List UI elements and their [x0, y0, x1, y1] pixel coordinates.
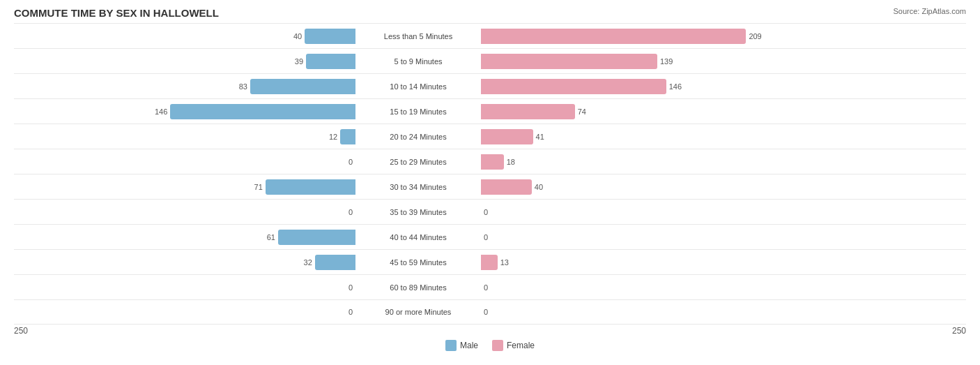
bar-row: 0 90 or more Minutes 0	[14, 299, 966, 325]
right-section: 18	[481, 149, 822, 174]
female-bar	[481, 29, 746, 44]
male-value: 61	[258, 233, 275, 241]
female-value: 74	[578, 107, 595, 116]
female-value: 0	[484, 233, 501, 241]
female-value: 0	[484, 283, 501, 292]
left-section: 0	[14, 149, 355, 174]
male-value: 0	[335, 283, 353, 292]
left-section: 12	[14, 124, 355, 149]
row-label: 60 to 89 Minutes	[355, 283, 481, 292]
male-bar	[315, 255, 355, 270]
row-inner: 39 5 to 9 Minutes 139	[14, 49, 966, 73]
bar-row: 61 40 to 44 Minutes 0	[14, 224, 966, 249]
female-bar	[481, 104, 575, 119]
left-section: 0	[14, 300, 355, 324]
male-value: 39	[286, 57, 303, 66]
row-inner: 12 20 to 24 Minutes 41	[14, 124, 966, 149]
row-inner: 0 90 or more Minutes 0	[14, 300, 966, 324]
row-label: Less than 5 Minutes	[355, 32, 481, 40]
female-bar	[481, 154, 504, 170]
female-value: 0	[484, 208, 501, 216]
female-value: 18	[507, 158, 524, 166]
right-section: 13	[481, 250, 822, 274]
axis-right: 250	[952, 326, 966, 336]
male-value: 12	[320, 133, 337, 141]
row-label: 15 to 19 Minutes	[355, 107, 481, 116]
bar-row: 0 35 to 39 Minutes 0	[14, 199, 966, 224]
female-value: 146	[669, 82, 687, 91]
left-section: 61	[14, 225, 355, 249]
left-section: 0	[14, 275, 355, 299]
right-section: 0	[481, 225, 822, 249]
row-inner: 146 15 to 19 Minutes 74	[14, 99, 966, 124]
left-section: 71	[14, 174, 355, 199]
female-value: 13	[500, 258, 518, 267]
row-label: 90 or more Minutes	[355, 308, 481, 316]
row-inner: 32 45 to 59 Minutes 13	[14, 250, 966, 274]
bar-row: 39 5 to 9 Minutes 139	[14, 48, 966, 73]
legend-female: Female	[492, 340, 535, 351]
male-bar	[278, 230, 355, 245]
male-value: 32	[295, 258, 312, 267]
female-bar	[481, 79, 666, 94]
male-value: 0	[335, 208, 353, 216]
legend-male: Male	[445, 340, 478, 351]
row-inner: 0 25 to 29 Minutes 18	[14, 149, 966, 174]
male-value: 71	[245, 183, 263, 191]
bar-row: 71 30 to 34 Minutes 40	[14, 174, 966, 199]
right-section: 74	[481, 99, 822, 124]
row-label: 25 to 29 Minutes	[355, 158, 481, 166]
bar-row: 32 45 to 59 Minutes 13	[14, 249, 966, 274]
male-value: 0	[335, 158, 353, 166]
right-section: 0	[481, 300, 822, 324]
left-section: 146	[14, 99, 355, 124]
left-section: 32	[14, 250, 355, 274]
left-section: 39	[14, 49, 355, 73]
row-inner: 0 35 to 39 Minutes 0	[14, 200, 966, 224]
row-inner: 61 40 to 44 Minutes 0	[14, 225, 966, 249]
row-label: 35 to 39 Minutes	[355, 208, 481, 216]
row-inner: 0 60 to 89 Minutes 0	[14, 275, 966, 299]
right-section: 40	[481, 174, 822, 199]
bar-row: 12 20 to 24 Minutes 41	[14, 124, 966, 149]
right-section: 209	[481, 24, 822, 48]
chart-title: COMMUTE TIME BY SEX IN HALLOWELL	[14, 7, 966, 19]
right-section: 41	[481, 124, 822, 149]
male-bar	[305, 29, 355, 44]
male-bar	[170, 104, 355, 119]
right-section: 139	[481, 49, 822, 73]
bar-row: 83 10 to 14 Minutes 146	[14, 73, 966, 98]
male-value: 0	[335, 308, 353, 316]
male-color-swatch	[445, 340, 457, 351]
male-value: 83	[230, 82, 247, 91]
male-bar	[266, 179, 355, 195]
male-bar	[250, 79, 355, 94]
right-section: 0	[481, 275, 822, 299]
row-label: 20 to 24 Minutes	[355, 133, 481, 141]
bar-row: 40 Less than 5 Minutes 209	[14, 23, 966, 48]
chart-container: COMMUTE TIME BY SEX IN HALLOWELL Source:…	[0, 0, 980, 365]
female-color-swatch	[492, 340, 503, 351]
female-bar	[481, 54, 657, 69]
bar-row: 0 25 to 29 Minutes 18	[14, 149, 966, 174]
male-bar	[340, 129, 355, 144]
female-value: 0	[484, 308, 501, 316]
row-label: 40 to 44 Minutes	[355, 233, 481, 241]
female-value: 41	[536, 133, 553, 141]
row-inner: 40 Less than 5 Minutes 209	[14, 24, 966, 48]
row-inner: 71 30 to 34 Minutes 40	[14, 174, 966, 199]
row-inner: 83 10 to 14 Minutes 146	[14, 74, 966, 98]
female-bar	[481, 255, 498, 270]
axis-labels: 250 250	[14, 326, 966, 336]
row-label: 5 to 9 Minutes	[355, 57, 481, 66]
bar-row: 146 15 to 19 Minutes 74	[14, 98, 966, 124]
female-value: 40	[535, 183, 552, 191]
male-value: 146	[150, 107, 167, 116]
row-label: 10 to 14 Minutes	[355, 82, 481, 91]
left-section: 83	[14, 74, 355, 98]
male-label: Male	[460, 341, 478, 350]
female-bar	[481, 179, 532, 195]
female-label: Female	[507, 341, 535, 350]
legend: Male Female	[14, 340, 966, 351]
right-section: 0	[481, 200, 822, 224]
